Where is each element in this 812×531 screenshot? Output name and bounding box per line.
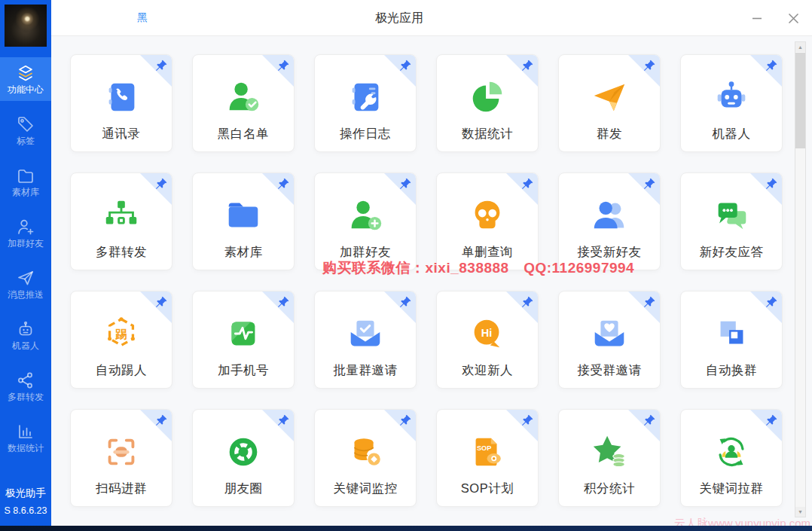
scrollbar[interactable]: ▲ ▼ — [795, 41, 806, 517]
profile-image[interactable] — [5, 5, 47, 47]
pin-icon[interactable] — [520, 414, 534, 427]
app-card-auto-switch-group[interactable]: 自动换群 — [680, 291, 783, 389]
star-coins-icon — [589, 432, 630, 472]
paper-plane-icon — [589, 77, 630, 117]
app-card-label: 机器人 — [681, 126, 782, 142]
pin-icon[interactable] — [398, 59, 412, 72]
app-card-single-delete-query[interactable]: 单删查询 — [436, 172, 539, 270]
scrollbar-thumb[interactable] — [795, 53, 805, 148]
sidebar-item-data-statistics[interactable]: 数据统计 — [0, 416, 51, 459]
pin-icon[interactable] — [520, 295, 534, 309]
app-card-label: 自动换群 — [681, 362, 782, 379]
app-card-label: 关键词监控 — [315, 481, 416, 497]
pin-icon[interactable] — [643, 414, 656, 427]
sidebar-item-robot[interactable]: 机器人 — [0, 313, 51, 357]
app-card-new-friend-reply[interactable]: 新好友应答 — [680, 172, 783, 270]
app-card-label: 自动踢人 — [71, 362, 172, 379]
app-card-data-statistics[interactable]: 数据统计 — [436, 54, 539, 152]
sidebar-item-label: 功能中心 — [8, 85, 44, 94]
account-tab[interactable]: 黑 — [137, 11, 148, 25]
person-plus-icon — [345, 195, 386, 236]
pin-icon[interactable] — [276, 295, 290, 309]
pin-icon[interactable] — [398, 177, 412, 191]
app-card-sop-plan[interactable]: SOP SOP计划 — [436, 409, 539, 507]
app-card-label: 操作日志 — [315, 126, 416, 142]
hi-bubble-icon: Hi — [467, 313, 508, 354]
scrollbar-up-arrow-icon[interactable]: ▲ — [795, 42, 805, 52]
app-card-add-phone-number[interactable]: 加手机号 — [192, 291, 295, 389]
app-card-label: 黑白名单 — [193, 126, 294, 142]
pushpin-icon — [643, 59, 656, 72]
sidebar-item-material-library[interactable]: 素材库 — [0, 160, 51, 203]
pushpin-icon — [276, 414, 290, 427]
pin-icon[interactable] — [643, 295, 656, 309]
sidebar-item-label: 消息推送 — [8, 290, 44, 299]
pin-icon[interactable] — [276, 59, 290, 72]
app-card-auto-kick[interactable]: 踢 自动踢人 — [70, 291, 172, 389]
pin-icon[interactable] — [643, 177, 656, 191]
pin-icon[interactable] — [276, 177, 290, 191]
app-card-label: 关键词拉群 — [681, 481, 782, 497]
pin-icon[interactable] — [398, 414, 412, 427]
app-card-add-group-friends[interactable]: 加群好友 — [314, 172, 417, 270]
app-card-accept-group-invite[interactable]: 接受群邀请 — [558, 291, 661, 389]
app-card-label: SOP计划 — [437, 481, 538, 497]
pushpin-icon — [398, 59, 412, 72]
app-card-black-white-list[interactable]: 黑白名单 — [192, 54, 295, 152]
sidebar-item-multi-group-forward[interactable]: 多群转发 — [0, 365, 51, 408]
app-card-robot[interactable]: 机器人 — [680, 54, 783, 152]
sidebar: 功能中心 标签 素材库 加群好友 消息推送 机器人 多群转发 数据统计 极光助手… — [0, 0, 51, 531]
app-card-material-library[interactable]: 素材库 — [192, 172, 295, 270]
pin-icon[interactable] — [520, 59, 534, 72]
minimize-button[interactable] — [746, 7, 768, 29]
pushpin-icon — [765, 295, 778, 309]
app-card-contacts[interactable]: 通讯录 — [70, 54, 172, 152]
pushpin-icon — [520, 59, 534, 72]
pin-icon[interactable] — [154, 414, 168, 427]
app-card-moments[interactable]: 朋友圈 — [192, 409, 295, 507]
sidebar-item-add-group-friends[interactable]: 加群好友 — [0, 211, 51, 255]
app-card-points-statistics[interactable]: 积分统计 — [558, 409, 661, 507]
app-card-label: 接受群邀请 — [559, 362, 660, 379]
pin-icon[interactable] — [398, 295, 412, 309]
recycle-group-icon — [711, 432, 752, 472]
app-card-keyword-group-pull[interactable]: 关键词拉群 — [680, 409, 783, 507]
app-card-label: 通讯录 — [71, 126, 172, 142]
chat-reply-icon — [711, 195, 752, 236]
minimize-icon — [752, 13, 762, 23]
scrollbar-down-arrow-icon[interactable]: ▼ — [795, 507, 805, 517]
pin-icon[interactable] — [765, 295, 778, 309]
app-card-label: 扫码进群 — [71, 481, 172, 497]
pin-icon[interactable] — [154, 59, 168, 72]
app-card-label: 新好友应答 — [681, 244, 782, 261]
app-card-batch-group-invite[interactable]: 批量群邀请 — [314, 291, 417, 389]
pin-icon[interactable] — [154, 295, 168, 309]
pin-icon[interactable] — [765, 59, 778, 72]
close-button[interactable] — [782, 7, 804, 29]
pushpin-icon — [520, 295, 534, 309]
app-card-accept-new-friends[interactable]: 接受新好友 — [558, 172, 661, 270]
close-icon — [787, 12, 800, 25]
app-card-welcome-newcomer[interactable]: Hi 欢迎新人 — [436, 291, 539, 389]
qr-scan-icon — [101, 432, 142, 472]
pushpin-icon — [643, 295, 656, 309]
app-card-mass-send[interactable]: 群发 — [558, 54, 661, 152]
robot-icon — [17, 320, 35, 338]
sidebar-item-message-push[interactable]: 消息推送 — [0, 262, 51, 306]
moments-icon — [223, 432, 264, 472]
app-card-scan-code-join[interactable]: 扫码进群 — [70, 409, 172, 507]
pin-icon[interactable] — [276, 414, 290, 427]
app-card-keyword-monitor[interactable]: 关键词监控 — [314, 409, 417, 507]
pin-icon[interactable] — [154, 177, 168, 191]
app-card-operation-log[interactable]: 操作日志 — [314, 54, 417, 152]
pushpin-icon — [643, 177, 656, 191]
pin-icon[interactable] — [643, 59, 656, 72]
person-check-icon — [223, 77, 264, 117]
app-card-multi-group-forward[interactable]: 多群转发 — [70, 172, 172, 270]
pin-icon[interactable] — [765, 414, 778, 427]
pin-icon[interactable] — [765, 177, 778, 191]
sidebar-item-function-center[interactable]: 功能中心 — [0, 57, 51, 101]
pushpin-icon — [765, 414, 778, 427]
sidebar-item-tags[interactable]: 标签 — [0, 108, 51, 152]
pin-icon[interactable] — [520, 177, 534, 191]
